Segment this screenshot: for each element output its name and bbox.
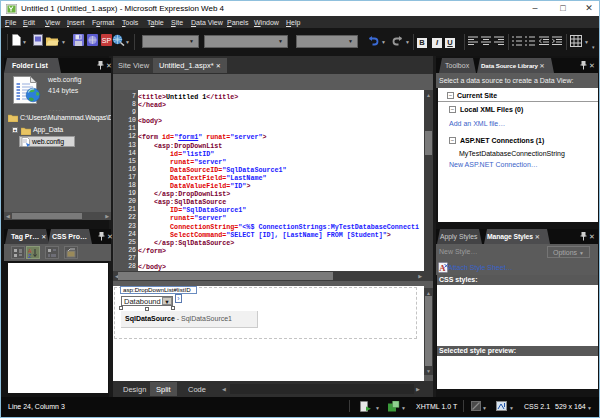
svg-text:Z: Z [28, 253, 31, 258]
svg-text:SP: SP [102, 37, 112, 44]
